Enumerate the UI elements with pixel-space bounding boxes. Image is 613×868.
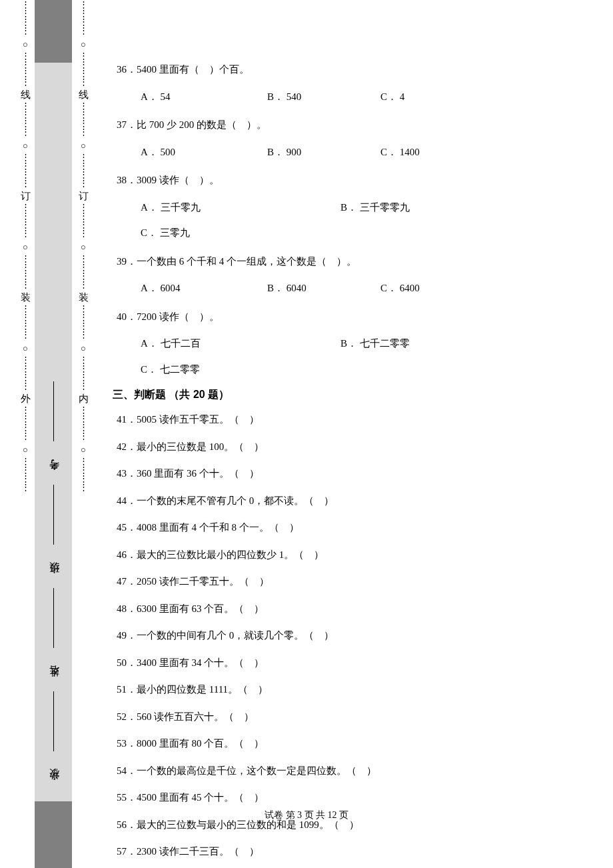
binding-dots: ⋮ ⋮ ⋮ ⋮ <box>79 203 88 240</box>
option: B． 七千二零零 <box>340 334 410 353</box>
option: A． 54 <box>141 87 267 107</box>
binding-marker-char: 线 <box>21 90 31 100</box>
binding-dots: ⋮ ⋮ ⋮ ⋮ <box>79 153 88 190</box>
binding-dots: ⋮ ⋮ ⋮ ⋮ <box>21 304 30 341</box>
binding-dots: ⋮ ⋮ ⋮ ⋮ <box>79 355 88 393</box>
binding-circle-icon: ○ <box>23 344 28 353</box>
binding-circle-icon: ○ <box>81 141 86 150</box>
option: A． 三千零九 <box>141 198 340 217</box>
binding-circle-icon: ○ <box>81 344 86 353</box>
truefalse-item: 47．2050 读作二千零五十。（ ） <box>117 572 590 591</box>
truefalse-item: 53．8000 里面有 80 个百。（ ） <box>117 734 590 753</box>
binding-marker-char: 内 <box>79 394 89 404</box>
section-heading: 三、判断题 （共 20 题） <box>113 388 590 402</box>
truefalse-item: 51．最小的四位数是 1111。（ ） <box>117 680 590 699</box>
question-stem: 38．3009 读作（ ）。 <box>117 171 590 190</box>
binding-fields: 学校： 姓名： 班级： 考号： <box>35 63 72 801</box>
binding-circle-icon: ○ <box>81 445 86 454</box>
binding-dots: ⋮ ⋮ ⋮ ⋮ <box>21 101 30 139</box>
truefalse-item: 48．6300 里面有 63 个百。（ ） <box>117 599 590 619</box>
binding-circle-icon: ○ <box>81 40 86 49</box>
question-options: A． 54B． 540C． 4 <box>117 87 590 107</box>
binding-marker-char: 线 <box>79 90 89 100</box>
binding-dots: ⋮ ⋮ ⋮ ⋮ <box>79 51 88 89</box>
binding-dots: ⋮ ⋮ ⋮ ⋮ <box>21 405 30 443</box>
binding-circle-icon: ○ <box>23 445 28 454</box>
question-stem: 40．7200 读作（ ）。 <box>117 307 590 327</box>
page-content: 36．5400 里面有（ ）个百。A． 54B． 540C． 437．比 700… <box>117 60 590 868</box>
binding-outer-col: ⋮ ⋮ ⋮ ⋮○⋮ ⋮ ⋮ ⋮线⋮ ⋮ ⋮ ⋮○⋮ ⋮ ⋮ ⋮订⋮ ⋮ ⋮ ⋮○… <box>19 0 32 868</box>
truefalse-item: 42．最小的三位数是 100。（ ） <box>117 437 590 457</box>
binding-dots: ⋮ ⋮ ⋮ ⋮ <box>21 457 30 494</box>
binding-dots: ⋮ ⋮ ⋮ ⋮ <box>21 203 30 240</box>
truefalse-item: 41．5005 读作五千零五。（ ） <box>117 410 590 429</box>
binding-dots: ⋮ ⋮ ⋮ ⋮ <box>79 304 88 341</box>
question-options: A． 6004B． 6040C． 6400 <box>117 279 590 298</box>
binding-marker-char: 装 <box>21 293 31 303</box>
binding-dots: ⋮ ⋮ ⋮ ⋮ <box>21 0 30 37</box>
binding-dots: ⋮ ⋮ ⋮ ⋮ <box>79 405 88 443</box>
truefalse-item: 55．4500 里面有 45 个十。（ ） <box>117 788 590 807</box>
question-options: A． 三千零九B． 三千零零九C． 三零九 <box>117 198 590 243</box>
field-school-line <box>53 691 54 751</box>
binding-dots: ⋮ ⋮ ⋮ ⋮ <box>21 355 30 393</box>
field-name-line <box>53 588 54 648</box>
field-examnum-label: 考号： <box>48 464 61 478</box>
option: B． 三千零零九 <box>340 198 410 217</box>
page-footer: 试卷 第 3 页 共 12 页 <box>0 809 613 821</box>
option: B． 900 <box>267 143 380 162</box>
option: C． 6400 <box>380 279 420 298</box>
binding-circle-icon: ○ <box>23 243 28 251</box>
truefalse-item: 45．4008 里面有 4 个千和 8 个一。（ ） <box>117 518 590 537</box>
option: C． 4 <box>380 87 404 107</box>
binding-circle-icon: ○ <box>81 243 86 251</box>
binding-dots: ⋮ ⋮ ⋮ ⋮ <box>79 254 88 291</box>
binding-dots: ⋮ ⋮ ⋮ ⋮ <box>79 457 88 494</box>
question-options: A． 500B． 900C． 1400 <box>117 143 590 162</box>
option: B． 540 <box>267 87 380 107</box>
binding-marker-char: 装 <box>79 293 89 303</box>
truefalse-item: 49．一个数的中间有几个 0，就读几个零。（ ） <box>117 626 590 645</box>
binding-inner-col: ⋮ ⋮ ⋮ ⋮○⋮ ⋮ ⋮ ⋮线⋮ ⋮ ⋮ ⋮○⋮ ⋮ ⋮ ⋮订⋮ ⋮ ⋮ ⋮○… <box>77 0 90 868</box>
field-examnum-line <box>53 381 54 441</box>
binding-strip: 学校： 姓名： 班级： 考号： ⋮ ⋮ ⋮ ⋮○⋮ ⋮ ⋮ ⋮线⋮ ⋮ ⋮ ⋮○… <box>0 0 97 868</box>
binding-circle-icon: ○ <box>23 141 28 150</box>
binding-dots: ⋮ ⋮ ⋮ ⋮ <box>21 51 30 89</box>
question-options: A． 七千二百B． 七千二零零C． 七二零零 <box>117 334 590 379</box>
binding-circle-icon: ○ <box>23 40 28 49</box>
binding-dots: ⋮ ⋮ ⋮ ⋮ <box>21 153 30 190</box>
option: C． 1400 <box>380 143 420 162</box>
field-school-label: 学校： <box>48 774 61 788</box>
binding-marker-char: 订 <box>21 191 31 201</box>
truefalse-item: 44．一个数的末尾不管有几个 0，都不读。（ ） <box>117 491 590 511</box>
option: A． 6004 <box>141 279 267 298</box>
option: C． 三零九 <box>141 223 190 243</box>
binding-dots: ⋮ ⋮ ⋮ ⋮ <box>79 101 88 139</box>
option: B． 6040 <box>267 279 380 298</box>
truefalse-item: 43．360 里面有 36 个十。（ ） <box>117 464 590 483</box>
strip-darkblock-top <box>35 0 72 63</box>
field-class-line <box>53 485 54 545</box>
option: A． 500 <box>141 143 267 162</box>
question-stem: 39．一个数由 6 个千和 4 个一组成，这个数是（ ）。 <box>117 252 590 271</box>
option: A． 七千二百 <box>141 334 340 353</box>
truefalse-item: 54．一个数的最高位是千位，这个数一定是四位数。（ ） <box>117 761 590 781</box>
binding-marker-char: 外 <box>21 394 31 404</box>
truefalse-item: 52．560 读作五百六十。（ ） <box>117 707 590 727</box>
field-class-label: 班级： <box>48 567 61 581</box>
truefalse-item: 50．3400 里面有 34 个十。（ ） <box>117 653 590 673</box>
question-stem: 36．5400 里面有（ ）个百。 <box>117 60 590 79</box>
binding-dots: ⋮ ⋮ ⋮ ⋮ <box>79 0 88 37</box>
option: C． 七二零零 <box>141 360 200 379</box>
field-name-label: 姓名： <box>48 671 61 685</box>
question-stem: 37．比 700 少 200 的数是（ ）。 <box>117 115 590 135</box>
binding-marker-char: 订 <box>79 191 89 201</box>
truefalse-item: 46．最大的三位数比最小的四位数少 1。（ ） <box>117 545 590 565</box>
truefalse-item: 57．2300 读作二千三百。（ ） <box>117 842 590 861</box>
binding-dots: ⋮ ⋮ ⋮ ⋮ <box>21 254 30 291</box>
